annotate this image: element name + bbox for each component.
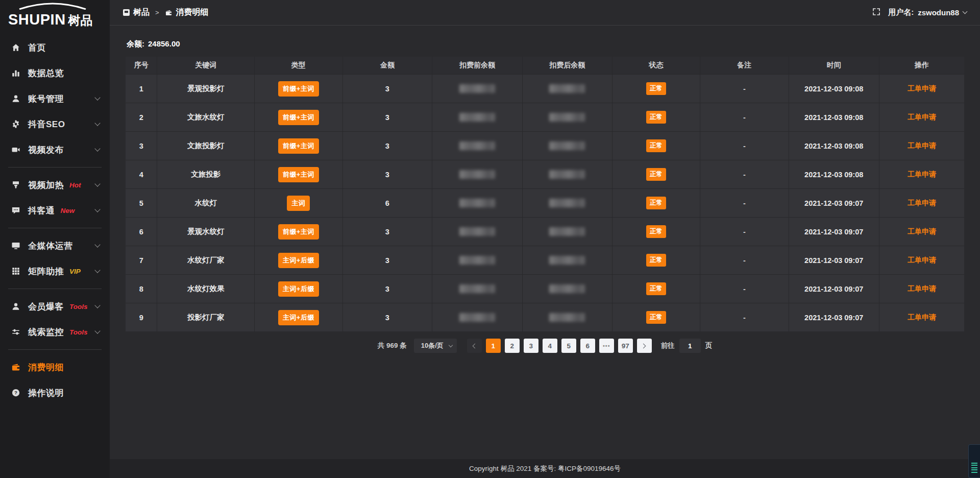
- breadcrumb-item-home[interactable]: 树品: [123, 7, 150, 18]
- cell-remark: -: [700, 275, 789, 303]
- pagination-page-5[interactable]: 5: [561, 339, 576, 353]
- goto-label: 前往: [661, 341, 675, 350]
- sidebar-item-label: 线索监控: [28, 326, 64, 338]
- sidebar-item-matrix-boost[interactable]: 矩阵助推 VIP: [0, 258, 110, 284]
- new-badge: New: [61, 207, 75, 214]
- cell-index: 9: [126, 303, 157, 331]
- ticket-apply-link[interactable]: 工单申请: [908, 256, 936, 265]
- redacted-balance-before: [459, 84, 495, 93]
- cell-index: 8: [126, 275, 157, 303]
- cell-remark: -: [700, 103, 789, 131]
- sidebar-item-member-baoke[interactable]: 会员爆客 Tools: [0, 294, 110, 319]
- redacted-balance-after: [549, 313, 585, 322]
- app-icon: [123, 9, 130, 16]
- chevron-down-icon: [94, 94, 100, 100]
- sidebar-item-doukowtong[interactable]: 抖客通 New: [0, 198, 110, 223]
- sidebar-item-lead-monitor[interactable]: 线索监控 Tools: [0, 319, 110, 345]
- type-badge: 前缀+主词: [278, 110, 319, 125]
- status-badge: 正常: [646, 282, 666, 295]
- cell-keyword: 景观投影灯: [157, 75, 255, 103]
- type-badge: 主词+后缀: [278, 281, 319, 297]
- pagination-ellipsis[interactable]: •••: [599, 339, 614, 353]
- breadcrumb-label: 树品: [133, 7, 150, 18]
- chevron-down-icon: [449, 343, 453, 347]
- cell-remark: -: [700, 218, 789, 246]
- breadcrumb-item-current[interactable]: 消费明细: [165, 7, 209, 18]
- redacted-balance-after: [549, 141, 585, 150]
- ticket-apply-link[interactable]: 工单申请: [908, 141, 936, 151]
- app-logo: SHUPIN 树品: [0, 0, 110, 32]
- pagination-page-4[interactable]: 4: [543, 339, 557, 353]
- pagination-page-97[interactable]: 97: [618, 339, 633, 353]
- ticket-apply-link[interactable]: 工单申请: [908, 313, 936, 322]
- pagination-next-button[interactable]: [637, 339, 652, 353]
- cell-remark: -: [700, 189, 789, 217]
- sidebar-item-video-heat[interactable]: 视频加热 Hot: [0, 172, 110, 198]
- table-row: 9 投影灯厂家 主词+后缀 3 正常 - 2021-12-03 09:07 工单…: [126, 303, 964, 331]
- pagination-page-6[interactable]: 6: [580, 339, 595, 353]
- user-icon: [11, 302, 21, 311]
- pagination-page-3[interactable]: 3: [524, 339, 538, 353]
- status-badge: 正常: [646, 111, 666, 124]
- sidebar-item-instructions[interactable]: ? 操作说明: [0, 380, 110, 405]
- sidebar-item-douyin-seo[interactable]: 抖音SEO: [0, 111, 110, 137]
- pagination-page-2[interactable]: 2: [505, 339, 520, 353]
- cell-index: 5: [126, 189, 157, 217]
- type-badge: 前缀+主词: [278, 138, 319, 154]
- ticket-apply-link[interactable]: 工单申请: [908, 284, 936, 294]
- table-row: 7 水纹灯厂家 主词+后缀 3 正常 - 2021-12-03 09:07 工单…: [126, 246, 964, 274]
- redacted-balance-after: [549, 170, 585, 179]
- breadcrumb-label: 消费明细: [176, 7, 209, 18]
- status-badge: 正常: [646, 254, 666, 267]
- page-size-select[interactable]: 10条/页: [414, 339, 457, 353]
- sidebar-item-media-ops[interactable]: 全媒体运营: [0, 233, 110, 258]
- cell-keyword: 景观水纹灯: [157, 218, 255, 246]
- sidebar-divider: [8, 167, 102, 168]
- cell-amount: 3: [343, 246, 433, 274]
- fullscreen-icon[interactable]: [872, 8, 880, 17]
- sidebar-item-label: 全媒体运营: [28, 240, 73, 252]
- balance-value: 24856.00: [148, 39, 180, 49]
- chevron-down-icon: [94, 146, 100, 151]
- cell-time: 2021-12-03 09:07: [789, 218, 879, 246]
- cell-amount: 3: [343, 218, 433, 246]
- goto-page: 前往 页: [661, 339, 713, 353]
- redacted-balance-after: [549, 284, 585, 293]
- table-row: 8 水纹灯效果 主词+后缀 3 正常 - 2021-12-03 09:07 工单…: [126, 274, 964, 303]
- goto-page-input[interactable]: [679, 339, 701, 353]
- ticket-apply-link[interactable]: 工单申请: [908, 199, 936, 208]
- pagination-prev-button[interactable]: [467, 339, 482, 353]
- video-icon: [11, 145, 21, 154]
- sidebar-divider: [8, 349, 102, 350]
- pagination: 共 969 条 10条/页 1 2 3 4 5 6 ••• 97 前往 页: [126, 338, 964, 353]
- consume-table: 序号 关键词 类型 金额 扣费前余额 扣费后余额 状态 备注 时间 操作 1 景…: [126, 57, 964, 331]
- chevron-down-icon: [94, 242, 100, 247]
- cell-keyword: 投影灯厂家: [157, 303, 255, 331]
- copyright-text: Copyright 树品 2021 备案号: 粤ICP备09019646号: [469, 464, 621, 473]
- main-content: 余额: 24856.00 序号 关键词 类型 金额 扣费前余额 扣费后余额 状态…: [110, 39, 980, 353]
- redacted-balance-before: [459, 284, 495, 293]
- cell-remark: -: [700, 246, 789, 274]
- question-icon: ?: [11, 388, 21, 397]
- ticket-apply-link[interactable]: 工单申请: [908, 113, 936, 122]
- cell-keyword: 水纹灯厂家: [157, 246, 255, 274]
- status-badge: 正常: [646, 82, 666, 95]
- cell-amount: 6: [343, 189, 433, 217]
- ticket-apply-link[interactable]: 工单申请: [908, 84, 936, 93]
- brush-icon: [11, 180, 21, 189]
- redacted-balance-after: [549, 227, 585, 236]
- sidebar-item-label: 账号管理: [28, 93, 64, 105]
- type-badge: 主词+后缀: [278, 253, 319, 268]
- sidebar-item-video-publish[interactable]: 视频发布: [0, 137, 110, 162]
- ticket-apply-link[interactable]: 工单申请: [908, 170, 936, 179]
- sidebar-item-data-overview[interactable]: 数据总览: [0, 60, 110, 86]
- pagination-page-1[interactable]: 1: [486, 339, 501, 353]
- floating-contact-widget[interactable]: [968, 444, 980, 478]
- sidebar-item-account[interactable]: 账号管理: [0, 86, 110, 111]
- cell-remark: -: [700, 132, 789, 160]
- sidebar-item-consume-detail[interactable]: 消费明细: [0, 354, 110, 380]
- sidebar-item-home[interactable]: 首页: [0, 35, 110, 60]
- user-menu[interactable]: 用户名: zswodun88: [888, 8, 967, 17]
- grid-icon: [11, 267, 21, 276]
- ticket-apply-link[interactable]: 工单申请: [908, 227, 936, 236]
